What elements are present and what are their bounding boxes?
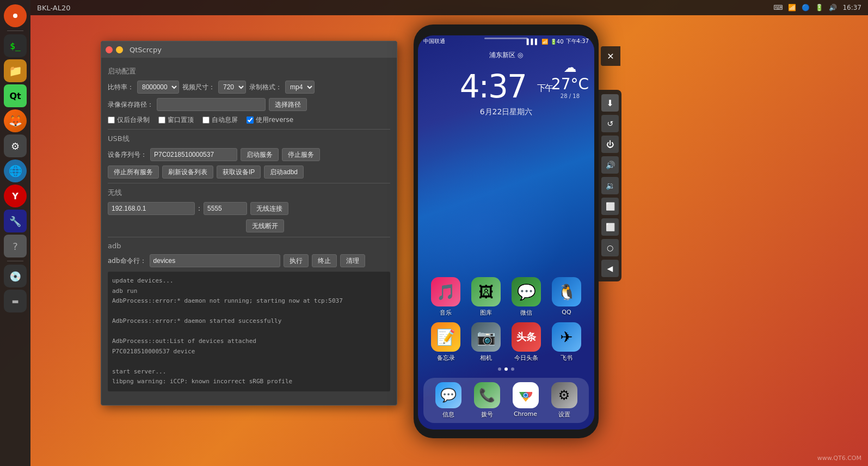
taskbar: $_ 📁 Qt 🦊 ⚙ 🌐 Y 🔧 ? 💿 ▬ bbox=[0, 0, 30, 466]
wireless-port-input[interactable] bbox=[204, 202, 247, 215]
wireless-disconnect-btn[interactable]: 无线断开 bbox=[246, 219, 284, 232]
taskbar-firefox[interactable]: 🦊 bbox=[4, 109, 27, 132]
phone-call-label: 拨号 bbox=[481, 410, 493, 419]
phone-carrier: 中国联通 bbox=[423, 38, 527, 45]
use-reverse-checkbox[interactable]: 使用reverse bbox=[247, 115, 293, 125]
chrome-icon bbox=[513, 382, 539, 408]
qt-scrcpy-window: QtScrcpy 启动配置 比特率： 8000000 视频尺寸： 720 录制格… bbox=[101, 41, 397, 406]
side-volume-up-btn[interactable]: 🔊 bbox=[601, 156, 619, 174]
side-circle-btn[interactable]: ○ bbox=[601, 239, 619, 256]
checkbox-row: 仅后台录制 窗口置顶 自动息屏 使用reverse bbox=[108, 115, 390, 125]
wifi-icon: 📶 bbox=[788, 4, 796, 11]
auto-screen-checkbox[interactable]: 自动息屏 bbox=[202, 115, 238, 125]
taskbar-terminal[interactable]: $_ bbox=[4, 34, 27, 57]
dock-chrome[interactable]: Chrome bbox=[513, 382, 539, 419]
volume-icon: 🔊 bbox=[829, 4, 837, 11]
refresh-devices-btn[interactable]: 刷新设备列表 bbox=[162, 165, 213, 179]
window-top-checkbox[interactable]: 窗口置顶 bbox=[158, 115, 194, 125]
adb-stop-btn[interactable]: 终止 bbox=[312, 254, 337, 267]
dock-phone[interactable]: 📞 拨号 bbox=[474, 382, 500, 419]
window-minimize-btn[interactable] bbox=[116, 46, 123, 53]
chrome-label: Chrome bbox=[514, 410, 537, 418]
dock-settings[interactable]: ⚙ 设置 bbox=[551, 382, 577, 419]
save-path-input[interactable] bbox=[157, 98, 266, 111]
record-format-select[interactable]: mp4 bbox=[285, 81, 315, 94]
log-line-11: libpng warning: iCCP: known incorrect sR… bbox=[112, 377, 386, 387]
divider-1 bbox=[108, 129, 390, 130]
qq-icon: 🐧 bbox=[552, 277, 581, 306]
side-rotate-btn[interactable]: ↺ bbox=[601, 115, 619, 132]
wireless-ip-input[interactable] bbox=[108, 202, 195, 215]
window-close-btn[interactable] bbox=[106, 46, 113, 53]
get-ip-btn[interactable]: 获取设备IP bbox=[217, 165, 261, 179]
adb-clear-btn[interactable]: 清理 bbox=[340, 254, 365, 267]
phone-page-dots bbox=[418, 367, 594, 371]
bluetooth-icon: 🔵 bbox=[802, 4, 810, 11]
phone-weather: ☁ 27°C 28 / 18 bbox=[551, 60, 589, 99]
bitrate-row: 比特率： 8000000 视频尺寸： 720 录制格式： mp4 bbox=[108, 81, 390, 94]
background-record-checkbox[interactable]: 仅后台录制 bbox=[108, 115, 150, 125]
message-icon: 💬 bbox=[435, 382, 461, 408]
app-wechat[interactable]: 💬 微信 bbox=[512, 277, 541, 317]
phone-screen[interactable]: 中国联通 ▌▌▌ 📶 🔋40 下午4:37 浦东新区 ◎ 4:37 下午 6月2… bbox=[418, 35, 594, 430]
start-adbd-btn[interactable]: 启动adbd bbox=[264, 165, 304, 179]
feishu-icon: ✈ bbox=[552, 322, 581, 352]
phone-status-bar: 中国联通 ▌▌▌ 📶 🔋40 下午4:37 bbox=[418, 35, 594, 47]
adb-command-label: adb命令行： bbox=[108, 256, 146, 266]
side-back-btn[interactable]: ◀ bbox=[601, 260, 619, 277]
log-line-6 bbox=[112, 327, 386, 337]
taskbar-yandex[interactable]: Y bbox=[4, 185, 27, 207]
app-toutiao[interactable]: 头条 今日头条 bbox=[512, 322, 541, 362]
memo-icon: 📝 bbox=[431, 322, 460, 352]
taskbar-disk[interactable]: 💿 bbox=[4, 265, 27, 287]
toutiao-label: 今日头条 bbox=[514, 354, 538, 362]
stop-service-btn[interactable]: 停止服务 bbox=[282, 148, 320, 161]
side-volume-down-btn[interactable]: 🔉 bbox=[601, 177, 619, 194]
log-area: update devices... adb run AdbProcess::er… bbox=[108, 272, 390, 391]
app-camera[interactable]: 📷 相机 bbox=[471, 322, 501, 362]
expand-btn[interactable]: ✕ bbox=[601, 46, 620, 66]
select-path-btn[interactable]: 选择路径 bbox=[269, 98, 307, 111]
app-music[interactable]: 🎵 音乐 bbox=[431, 277, 460, 317]
taskbar-usb[interactable]: ▬ bbox=[4, 290, 27, 312]
app-feishu[interactable]: ✈ 飞书 bbox=[552, 322, 581, 362]
svg-point-1 bbox=[13, 14, 17, 18]
start-service-btn[interactable]: 启动服务 bbox=[241, 148, 279, 161]
wireless-connect-btn[interactable]: 无线连接 bbox=[250, 202, 288, 215]
side-copy-btn[interactable]: ⬜ bbox=[601, 198, 619, 215]
taskbar-settings[interactable]: ⚙ bbox=[4, 134, 27, 157]
side-expand-btn[interactable]: ⬇ bbox=[601, 94, 619, 112]
wireless-connect-row: : 无线连接 bbox=[108, 202, 390, 215]
video-size-select[interactable]: 720 bbox=[218, 81, 246, 94]
taskbar-ubuntu[interactable] bbox=[4, 4, 27, 27]
wechat-label: 微信 bbox=[520, 309, 532, 317]
qt-titlebar: QtScrcpy bbox=[101, 41, 397, 58]
battery-icon: 🔋 bbox=[815, 4, 823, 11]
dot-2 bbox=[504, 367, 508, 371]
adb-exec-btn[interactable]: 执行 bbox=[284, 254, 309, 267]
taskbar-globe[interactable]: 🌐 bbox=[4, 160, 27, 182]
app-qq[interactable]: 🐧 QQ bbox=[552, 277, 581, 317]
log-line-5: AdbProcess::error:* daemon started succe… bbox=[112, 316, 386, 327]
dot-3 bbox=[511, 367, 514, 371]
stop-all-btn[interactable]: 停止所有服务 bbox=[108, 165, 159, 179]
device-serial-input[interactable] bbox=[150, 148, 237, 161]
taskbar-files[interactable]: 📁 bbox=[4, 59, 27, 82]
taskbar-qt[interactable]: Qt bbox=[4, 84, 27, 107]
phone-battery-icon: 🔋40 bbox=[550, 39, 564, 45]
app-gallery[interactable]: 🖼 图库 bbox=[471, 277, 501, 317]
taskbar-synaptic[interactable]: 🔧 bbox=[4, 210, 27, 232]
side-square-btn[interactable]: ⬜ bbox=[601, 218, 619, 236]
wechat-icon: 💬 bbox=[512, 277, 541, 306]
app-memo[interactable]: 📝 备忘录 bbox=[431, 322, 460, 362]
phone-body: 中国联通 ▌▌▌ 📶 🔋40 下午4:37 浦东新区 ◎ 4:37 下午 6月2… bbox=[414, 24, 599, 438]
side-power-btn[interactable]: ⏻ bbox=[601, 136, 619, 153]
dock-message[interactable]: 💬 信息 bbox=[435, 382, 461, 419]
weather-icon: ☁ bbox=[551, 60, 589, 75]
port-colon: : bbox=[198, 205, 200, 212]
save-path-row: 录像保存路径： 选择路径 bbox=[108, 98, 390, 111]
taskbar-question[interactable]: ? bbox=[4, 235, 27, 257]
bitrate-select[interactable]: 8000000 bbox=[137, 81, 179, 94]
toutiao-icon: 头条 bbox=[512, 322, 541, 352]
adb-command-input[interactable] bbox=[150, 254, 280, 267]
